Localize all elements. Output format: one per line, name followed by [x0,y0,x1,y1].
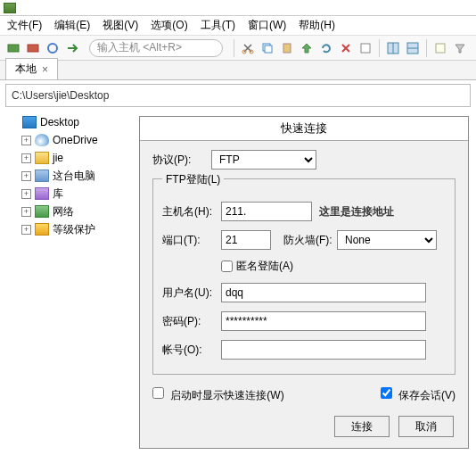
path-text: C:\Users\jie\Desktop [12,89,109,102]
properties-icon[interactable] [357,40,373,56]
folder-icon [35,205,49,218]
host-placeholder: 输入主机 <Alt+R> [97,40,182,55]
protocol-select[interactable]: FTP [211,150,316,170]
title-bar [0,0,476,16]
separator [426,39,427,57]
anonymous-label: 匿名登陆(A) [236,259,293,274]
log-icon[interactable] [432,40,448,56]
copy-icon[interactable] [259,40,275,56]
tree-node[interactable]: +等级保护 [9,221,130,237]
anonymous-checkbox[interactable] [221,261,233,272]
tree-label: Desktop [40,116,79,128]
port-input[interactable] [221,230,271,250]
disconnect-icon[interactable] [25,40,41,56]
host-input[interactable]: 输入主机 <Alt+R> [89,39,223,57]
menu-edit[interactable]: 编辑(E) [54,18,90,33]
tab-local[interactable]: 本地 × [5,58,58,79]
separator [234,39,234,57]
show-startup-checkbox[interactable] [152,387,164,399]
expand-icon[interactable]: + [21,207,31,217]
tree-label: 等级保护 [53,222,95,237]
folder-icon [35,134,49,146]
tree-label: 库 [53,186,63,202]
svg-rect-6 [265,46,272,53]
expand-icon[interactable]: + [21,225,31,235]
protocol-label: 协议(P): [152,153,211,168]
up-icon[interactable] [299,40,315,56]
reconnect-icon[interactable] [45,40,61,56]
tree-node[interactable]: +OneDrive [9,132,130,148]
user-label: 用户名(U): [162,285,221,301]
save-session-checkbox[interactable] [381,387,392,399]
tree-node[interactable]: +库 [9,186,130,202]
svg-point-2 [48,44,57,53]
svg-rect-13 [436,44,445,53]
layout1-icon[interactable] [385,40,401,56]
toolbar: 输入主机 <Alt+R> [0,36,476,61]
folder-tree: Desktop +OneDrive+jie+这台电脑+库+网络+等级保护 [0,109,134,455]
refresh-icon[interactable] [318,40,334,56]
cut-icon[interactable] [240,40,256,56]
account-input[interactable] [221,340,426,360]
separator [379,39,380,57]
tree-node[interactable]: +这台电脑 [9,168,130,184]
menu-window[interactable]: 窗口(W) [248,18,286,33]
expand-icon[interactable]: + [21,189,31,199]
svg-rect-0 [8,45,19,52]
tree-label: 这台电脑 [53,169,95,184]
menu-view[interactable]: 视图(V) [103,18,138,33]
menu-tools[interactable]: 工具(T) [201,18,235,33]
firewall-label: 防火墙(F): [283,233,337,248]
tree-node-desktop[interactable]: Desktop [9,114,130,130]
svg-rect-1 [28,45,38,52]
path-bar[interactable]: C:\Users\jie\Desktop [5,84,471,107]
connect-icon[interactable] [5,40,21,56]
desktop-icon [22,116,37,128]
paste-icon[interactable] [279,40,295,56]
filter-icon[interactable] [452,40,468,56]
layout2-icon[interactable] [405,40,421,56]
dialog-title: 快速连接 [140,117,468,141]
tree-node[interactable]: +jie [9,150,130,166]
connect-button[interactable]: 连接 [334,416,390,437]
quick-connect-dialog: 快速连接 协议(P): FTP FTP登陆(L) 主机名(H): 这里是连接地址… [139,116,469,449]
folder-icon [35,223,49,236]
expand-icon[interactable]: + [21,136,31,145]
close-icon[interactable]: × [42,63,48,76]
menu-help[interactable]: 帮助(H) [299,18,335,33]
tab-label: 本地 [15,62,37,77]
host-label: 主机名(H): [162,204,221,219]
fieldset-legend: FTP登陆(L) [162,172,224,187]
svg-rect-8 [361,44,370,53]
folder-icon [35,187,49,200]
expand-icon[interactable]: + [21,153,31,163]
tab-bar: 本地 × [0,61,476,80]
user-input[interactable] [221,283,426,302]
quickconnect-icon[interactable] [64,40,80,56]
folder-icon [35,152,49,164]
app-icon [4,3,16,13]
folder-icon [35,170,49,182]
firewall-select[interactable]: None [337,230,437,250]
delete-icon[interactable] [338,40,354,56]
account-label: 帐号(O): [162,343,221,358]
expand-icon [9,118,19,128]
tree-label: OneDrive [53,134,98,146]
menu-options[interactable]: 选项(O) [151,18,187,33]
save-session-label: 保存会话(V) [398,389,455,401]
tree-node[interactable]: +网络 [9,203,130,219]
svg-rect-7 [283,44,291,53]
host-annotation: 这里是连接地址 [319,204,394,219]
host-input[interactable] [221,202,312,221]
tree-label: 网络 [53,204,74,219]
cancel-button[interactable]: 取消 [398,416,454,437]
port-label: 端口(T): [162,233,221,248]
tree-label: jie [53,152,63,164]
expand-icon[interactable]: + [21,171,31,181]
password-input[interactable] [221,311,426,331]
menu-file[interactable]: 文件(F) [7,18,42,33]
password-label: 密码(P): [162,314,221,329]
menu-bar: 文件(F) 编辑(E) 视图(V) 选项(O) 工具(T) 窗口(W) 帮助(H… [0,16,476,36]
show-startup-label: 启动时显示快速连接(W) [170,389,283,401]
ftp-login-fieldset: FTP登陆(L) 主机名(H): 这里是连接地址 端口(T): 防火墙(F): … [152,178,455,375]
